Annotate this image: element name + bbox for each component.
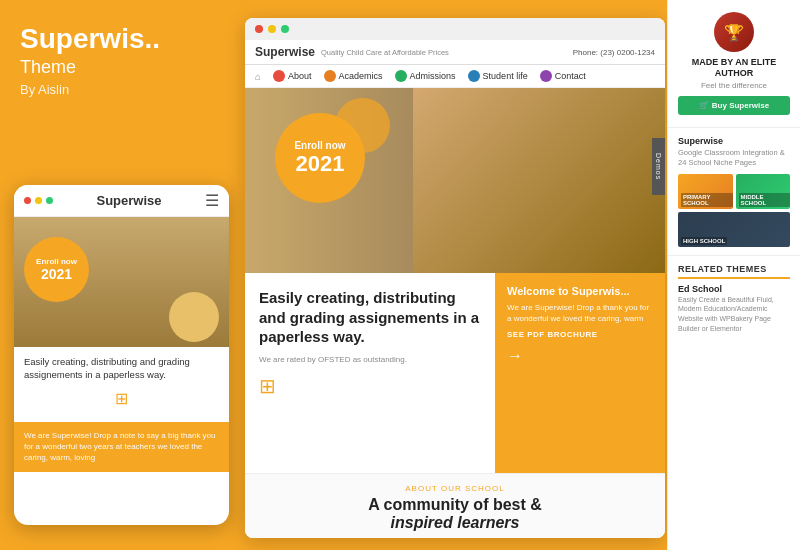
about-heading: A community of best & inspired learners bbox=[259, 496, 651, 532]
nav-about[interactable]: About bbox=[273, 70, 312, 82]
left-panel: Superwis.. Theme By Aislin Superwise ☰ E… bbox=[0, 0, 240, 550]
related-themes-title: RELATED THEMES bbox=[678, 264, 790, 279]
elite-author-subtitle: Feel the difference bbox=[678, 81, 790, 90]
thumb-middle-school[interactable]: MIDDLE SCHOOL bbox=[736, 174, 791, 209]
browser-navbar: Superwise Quality Child Care at Affordab… bbox=[245, 40, 665, 65]
home-icon[interactable]: ⌂ bbox=[255, 71, 261, 82]
mobile-child-circle bbox=[169, 292, 219, 342]
thumb-high-label: HIGH SCHOOL bbox=[681, 237, 727, 245]
puzzle-icon-main: ⊞ bbox=[259, 374, 481, 398]
mobile-icon-row: ⊞ bbox=[24, 388, 219, 410]
puzzle-icon: ⊞ bbox=[115, 388, 128, 410]
buy-label: Buy Superwise bbox=[712, 101, 769, 110]
thumb-primary-label: PRIMARY SCHOOL bbox=[681, 193, 733, 207]
mobile-description: Easily creating, distributing and gradin… bbox=[24, 355, 219, 382]
nav-admissions[interactable]: Admissions bbox=[395, 70, 456, 82]
contact-dot bbox=[540, 70, 552, 82]
theme-subtitle: Theme bbox=[20, 57, 220, 78]
nav-student-life[interactable]: Student life bbox=[468, 70, 528, 82]
mobile-dot-green bbox=[46, 197, 53, 204]
browser-mockup: Superwise Quality Child Care at Affordab… bbox=[245, 18, 665, 538]
see-pdf-label[interactable]: SEE PDF BROCHURE bbox=[507, 330, 653, 339]
theme-thumbnails: PRIMARY SCHOOL MIDDLE SCHOOL HIGH SCHOOL bbox=[678, 174, 790, 247]
related-item-desc: Easily Create a Beautiful Fluid, Modern … bbox=[678, 295, 790, 334]
about-label: About bbox=[288, 71, 312, 81]
student-life-label: Student life bbox=[483, 71, 528, 81]
mobile-window-dots bbox=[24, 197, 53, 204]
admissions-label: Admissions bbox=[410, 71, 456, 81]
nav-phone: Phone: (23) 0200-1234 bbox=[573, 48, 655, 57]
mobile-yellow-bar: We are Superwise! Drop a note to say a b… bbox=[14, 422, 229, 472]
related-themes-section: RELATED THEMES Ed School Easily Create a… bbox=[668, 256, 800, 342]
mobile-hero: Enroll now 2021 bbox=[14, 217, 229, 347]
arrow-icon: → bbox=[507, 347, 653, 365]
main-subtext: We are rated by OFSTED as outstanding. bbox=[259, 355, 481, 364]
nav-tagline: Quality Child Care at Affordable Prices bbox=[321, 48, 449, 57]
nav-contact[interactable]: Contact bbox=[540, 70, 586, 82]
mobile-dot-yellow bbox=[35, 197, 42, 204]
browser-dot-red bbox=[255, 25, 263, 33]
related-item-title: Ed School bbox=[678, 284, 790, 294]
mobile-logo: Superwise bbox=[96, 193, 161, 208]
nav-links: ⌂ About Academics Admissions Student lif… bbox=[245, 65, 665, 88]
hero-enroll-badge: Enroll now 2021 bbox=[275, 113, 365, 203]
mobile-enroll-label: Enroll now bbox=[36, 257, 77, 266]
theme-title: Superwis.. bbox=[20, 24, 220, 55]
buy-button[interactable]: 🛒 Buy Superwise bbox=[678, 96, 790, 115]
theme-card-title: Superwise bbox=[678, 136, 790, 146]
hamburger-icon[interactable]: ☰ bbox=[205, 191, 219, 210]
content-area: Easily creating, distributing and gradin… bbox=[245, 273, 665, 473]
elite-badge-icon: 🏆 bbox=[714, 12, 754, 52]
theme-card-desc: Google Classroom Integration & 24 School… bbox=[678, 148, 790, 169]
hero-section: Enroll now 2021 Demos bbox=[245, 88, 665, 273]
theme-author: By Aislin bbox=[20, 82, 220, 97]
hero-child-image bbox=[413, 88, 665, 273]
student-life-dot bbox=[468, 70, 480, 82]
demos-tab[interactable]: Demos bbox=[652, 138, 665, 195]
mobile-top-bar: Superwise ☰ bbox=[14, 185, 229, 217]
theme-card-section: Superwise Google Classroom Integration &… bbox=[668, 128, 800, 256]
mobile-enroll-year: 2021 bbox=[41, 266, 72, 282]
main-heading: Easily creating, distributing and gradin… bbox=[259, 288, 481, 347]
nav-logo: Superwise bbox=[255, 45, 315, 59]
mobile-yellow-text: We are Superwise! Drop a note to say a b… bbox=[24, 431, 216, 462]
elite-author-title: MADE BY AN ELITE AUTHOR bbox=[678, 57, 790, 79]
mobile-enroll-badge: Enroll now 2021 bbox=[24, 237, 89, 302]
about-dot bbox=[273, 70, 285, 82]
about-section: About our School A community of best & i… bbox=[245, 473, 665, 538]
mobile-mockup: Superwise ☰ Enroll now 2021 Easily creat… bbox=[14, 185, 229, 525]
nav-academics[interactable]: Academics bbox=[324, 70, 383, 82]
cart-icon: 🛒 bbox=[699, 101, 709, 110]
academics-dot bbox=[324, 70, 336, 82]
promo-text: We are Superwise! Drop a thank you for a… bbox=[507, 302, 653, 324]
browser-dot-yellow bbox=[268, 25, 276, 33]
contact-label: Contact bbox=[555, 71, 586, 81]
right-panel: 🏆 MADE BY AN ELITE AUTHOR Feel the diffe… bbox=[667, 0, 800, 550]
mobile-content: Easily creating, distributing and gradin… bbox=[14, 347, 229, 422]
mobile-dot-red bbox=[24, 197, 31, 204]
promo-title: Welcome to Superwis... bbox=[507, 285, 653, 297]
admissions-dot bbox=[395, 70, 407, 82]
thumb-high-school[interactable]: HIGH SCHOOL bbox=[678, 212, 790, 247]
hero-enroll-label: Enroll now bbox=[294, 140, 345, 151]
yellow-promo-box: Welcome to Superwis... We are Superwise!… bbox=[495, 273, 665, 473]
thumb-primary-school[interactable]: PRIMARY SCHOOL bbox=[678, 174, 733, 209]
left-content: Easily creating, distributing and gradin… bbox=[245, 273, 495, 473]
hero-enroll-year: 2021 bbox=[296, 151, 345, 177]
elite-author-section: 🏆 MADE BY AN ELITE AUTHOR Feel the diffe… bbox=[668, 0, 800, 128]
browser-top-bar bbox=[245, 18, 665, 40]
academics-label: Academics bbox=[339, 71, 383, 81]
browser-dot-green bbox=[281, 25, 289, 33]
thumb-middle-label: MIDDLE SCHOOL bbox=[739, 193, 791, 207]
about-label: About our School bbox=[259, 484, 651, 493]
